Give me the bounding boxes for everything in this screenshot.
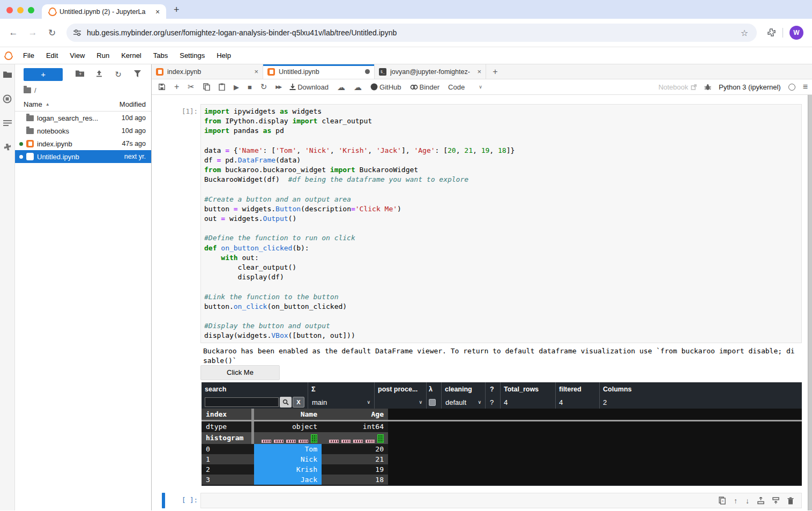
table-row[interactable]: 3 Jack 18 bbox=[202, 475, 802, 485]
menu-help[interactable]: Help bbox=[211, 51, 237, 60]
save-icon[interactable] bbox=[158, 83, 166, 91]
table-row[interactable]: 1 Nick 21 bbox=[202, 454, 802, 464]
profile-avatar[interactable]: W bbox=[789, 26, 803, 40]
new-tab-plus-button[interactable]: + bbox=[486, 64, 504, 79]
table-row[interactable]: 2 Krish 19 bbox=[202, 464, 802, 475]
breadcrumb[interactable]: / bbox=[15, 83, 151, 98]
new-launcher-button[interactable]: + bbox=[24, 68, 63, 81]
address-bar[interactable]: hub.gesis.mybinder.org/user/fomightez-lo… bbox=[66, 24, 757, 42]
maximize-window-button[interactable] bbox=[28, 7, 34, 13]
file-row-logan[interactable]: logan_search_res... 10d ago bbox=[15, 112, 151, 124]
file-row-untitled[interactable]: Untitled.ipynb next yr. bbox=[15, 150, 151, 163]
tab-index-ipynb[interactable]: index.ipynb × bbox=[152, 64, 263, 79]
insert-cell-above-button[interactable] bbox=[757, 497, 764, 505]
table-of-contents-icon[interactable] bbox=[3, 120, 12, 127]
histogram-age-cell[interactable] bbox=[322, 432, 388, 444]
extensions-puzzle-icon[interactable] bbox=[766, 28, 776, 38]
menu-view[interactable]: View bbox=[64, 51, 91, 60]
cell2-editor[interactable]: + ↑ ↓ bbox=[200, 493, 802, 508]
listing-header[interactable]: Name ▲ Modified bbox=[15, 98, 151, 112]
url-text[interactable]: hub.gesis.mybinder.org/user/fomightez-lo… bbox=[87, 28, 735, 37]
tab-untitled-ipynb[interactable]: Untitled.ipynb bbox=[263, 64, 375, 79]
back-icon[interactable]: ← bbox=[5, 27, 21, 38]
table-row[interactable]: 0 Tom 20 bbox=[202, 444, 802, 454]
forward-icon[interactable]: → bbox=[25, 27, 41, 38]
header-age[interactable]: Age bbox=[322, 409, 388, 420]
header-name[interactable]: Name bbox=[254, 409, 322, 420]
file-browser-icon[interactable] bbox=[3, 71, 12, 78]
close-icon[interactable]: × bbox=[153, 8, 162, 16]
dtype-row: dtype object int64 bbox=[202, 421, 802, 432]
site-settings-icon[interactable] bbox=[73, 28, 81, 37]
debugger-bug-icon[interactable] bbox=[704, 84, 711, 91]
running-kernels-icon[interactable] bbox=[3, 94, 12, 103]
new-tab-button[interactable]: + bbox=[166, 4, 187, 19]
filter-icon[interactable] bbox=[128, 70, 147, 79]
search-clear-button[interactable]: X bbox=[293, 397, 304, 408]
lambda-checkbox[interactable] bbox=[429, 399, 436, 406]
insert-cell-icon[interactable]: + bbox=[174, 82, 179, 92]
stop-kernel-icon[interactable]: ■ bbox=[248, 83, 252, 91]
search-input[interactable] bbox=[205, 397, 279, 407]
main-view-select[interactable]: main∨ bbox=[311, 397, 371, 408]
notebook-scrollbar[interactable] bbox=[808, 95, 812, 510]
refresh-icon[interactable]: ↻ bbox=[109, 70, 128, 79]
extension-manager-icon[interactable] bbox=[3, 143, 12, 152]
duplicate-cell-button[interactable]: + bbox=[719, 497, 726, 505]
histogram-name-cell[interactable] bbox=[254, 432, 322, 444]
tab-terminal[interactable]: $_ jovyan@jupyter-fomightez- × bbox=[375, 64, 486, 79]
menu-settings[interactable]: Settings bbox=[174, 51, 211, 60]
close-icon[interactable]: × bbox=[477, 68, 481, 76]
filtered-label: filtered bbox=[555, 382, 599, 396]
cloud-download-icon[interactable]: ☁↓ bbox=[337, 83, 345, 91]
reload-icon[interactable]: ↻ bbox=[44, 27, 60, 39]
cell-type-dropdown[interactable]: Code ∨ bbox=[448, 83, 482, 91]
close-window-button[interactable] bbox=[6, 7, 13, 13]
paste-cells-icon[interactable] bbox=[219, 83, 225, 91]
unsaved-changes-dot[interactable] bbox=[365, 69, 370, 74]
breadcrumb-path: / bbox=[34, 86, 36, 94]
help-value[interactable]: ? bbox=[485, 396, 500, 409]
upload-icon[interactable] bbox=[90, 70, 109, 79]
new-folder-icon[interactable]: + bbox=[70, 70, 90, 79]
search-magnifier-button[interactable] bbox=[280, 397, 292, 408]
click-me-button[interactable]: Click Me bbox=[200, 365, 280, 380]
move-cell-up-button[interactable]: ↑ bbox=[734, 497, 737, 505]
header-index[interactable]: index bbox=[202, 409, 251, 420]
restart-kernel-icon[interactable]: ↻ bbox=[260, 82, 267, 92]
file-row-index[interactable]: index.ipynb 47s ago bbox=[15, 137, 151, 150]
menu-kernel[interactable]: Kernel bbox=[115, 51, 147, 60]
minimize-window-button[interactable] bbox=[17, 7, 24, 13]
cleaning-label: cleaning bbox=[441, 382, 485, 396]
cleaning-select[interactable]: default∨ bbox=[445, 397, 482, 408]
download-button[interactable]: Download bbox=[289, 83, 329, 91]
cell1-execution-prompt: [1]: bbox=[152, 107, 198, 115]
menu-run[interactable]: Run bbox=[91, 51, 115, 60]
close-icon[interactable]: × bbox=[254, 68, 258, 76]
file-row-notebooks[interactable]: notebooks 10d ago bbox=[15, 124, 151, 137]
restart-run-all-icon[interactable]: ▶▶ bbox=[275, 84, 281, 90]
copy-cells-icon[interactable] bbox=[203, 83, 210, 91]
window-controls[interactable] bbox=[0, 7, 42, 19]
insert-cell-below-button[interactable] bbox=[772, 497, 779, 505]
delete-cell-button[interactable] bbox=[787, 497, 794, 505]
menu-file[interactable]: File bbox=[17, 51, 40, 60]
menu-edit[interactable]: Edit bbox=[40, 51, 64, 60]
menu-tabs[interactable]: Tabs bbox=[147, 51, 174, 60]
cell1-editor[interactable]: import ipywidgets as widgetsfrom IPython… bbox=[200, 104, 802, 343]
column-name-label[interactable]: Name bbox=[24, 100, 42, 108]
column-modified-label[interactable]: Modified bbox=[120, 100, 146, 108]
cloud-upload-icon[interactable]: ☁↑ bbox=[354, 83, 362, 91]
notebook-icon bbox=[156, 68, 163, 76]
browser-tab[interactable]: Untitled.ipynb (2) - JupyterLa × bbox=[42, 4, 166, 19]
binder-button[interactable]: Binder bbox=[410, 83, 440, 91]
kernel-status-icon[interactable] bbox=[788, 84, 795, 91]
toolbar-overflow-icon[interactable]: ≡ bbox=[803, 82, 808, 92]
kernel-name-button[interactable]: Python 3 (ipykernel) bbox=[719, 83, 781, 91]
move-cell-down-button[interactable]: ↓ bbox=[746, 497, 749, 505]
github-button[interactable]: GitHub bbox=[370, 83, 401, 91]
run-cell-icon[interactable]: ▶ bbox=[234, 83, 239, 91]
bookmark-star-icon[interactable]: ☆ bbox=[741, 28, 750, 38]
cut-cells-icon[interactable]: ✂ bbox=[188, 82, 195, 92]
post-process-select[interactable]: ∨ bbox=[378, 397, 423, 408]
